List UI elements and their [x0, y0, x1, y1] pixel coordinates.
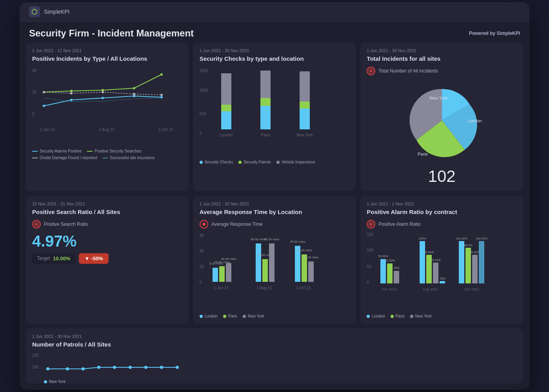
- svg-point-16: [102, 91, 104, 93]
- legend-london-alarm: London: [367, 314, 385, 318]
- main-grid: 1 Jun 2021 - 17 Nov 2021 Positive Incide…: [20, 43, 529, 330]
- svg-point-115: [160, 366, 163, 369]
- svg-text:.33%: .33%: [439, 277, 446, 280]
- svg-text:45.00 mins: 45.00 mins: [290, 240, 305, 243]
- svg-rect-64: [269, 243, 274, 282]
- svg-point-111: [97, 366, 100, 369]
- svg-point-112: [113, 366, 116, 369]
- alarm-ratio-chart: 150 100 50 0 50.00% 33.33% 20%: [367, 232, 517, 311]
- patrols-chart: 150 100: [32, 352, 517, 383]
- incidents-date: 1 Jun 2021 - 17 Nov 2021: [32, 48, 182, 53]
- total-incidents-metric: Total Number of All incidents: [367, 67, 517, 75]
- target-icon: [367, 67, 375, 75]
- legend-incursions: Successful site incursions: [102, 156, 155, 160]
- total-incidents-value: 102: [367, 167, 517, 186]
- card-avg-response: 1 Jun 2021 - 30 Nov 2021 Average Respons…: [193, 196, 356, 324]
- response-bar-svg: 25.00 mins 28.00 mins 34.00 mins 50.00 m…: [209, 232, 339, 295]
- svg-text:1 Aug 21: 1 Aug 21: [256, 286, 272, 290]
- patrols-title: Number of Patrols / All Sites: [32, 341, 517, 348]
- patrols-legend: New York: [44, 379, 65, 383]
- svg-rect-86: [394, 271, 399, 283]
- y-label-10: 10: [32, 90, 36, 94]
- svg-text:50.00 mins: 50.00 mins: [264, 238, 279, 241]
- svg-text:100.00%: 100.00%: [476, 237, 488, 240]
- patrols-legend-label: New York: [49, 379, 65, 383]
- x-axis-incidents: 1 Jun 21 1 Aug 21 1 Oct 21: [40, 127, 173, 132]
- top-bar: SimpleKPI: [20, 2, 529, 22]
- total-incidents-date: 1 Jun 2021 - 30 Nov 2021: [367, 48, 517, 53]
- legend-paris-alarm: Paris: [391, 314, 405, 318]
- security-checks-date: 1 Jun 2021 - 30 Nov 2021: [200, 48, 350, 53]
- svg-text:50.00%: 50.00%: [470, 250, 480, 254]
- incidents-legend: Security Alarms Positive Positive Securi…: [32, 149, 182, 160]
- svg-text:50.00%: 50.00%: [378, 254, 388, 258]
- svg-rect-92: [433, 263, 438, 283]
- svg-text:Aug 2021: Aug 2021: [423, 287, 439, 291]
- patrols-svg: [44, 352, 185, 382]
- alarm-ratio-title: Positive Alarm Ratio by contract: [367, 209, 517, 215]
- search-icon: [32, 220, 41, 229]
- legend-ny: New York: [243, 314, 264, 318]
- sc-y-500: 500: [200, 112, 206, 116]
- y-label-0: 0: [32, 112, 35, 116]
- alarm-icon: [367, 220, 375, 229]
- card-incidents-by-type: 1 Jun 2021 - 17 Nov 2021 Positive Incide…: [26, 43, 189, 191]
- svg-point-114: [144, 366, 147, 369]
- target-label: Target: [37, 256, 50, 261]
- logo-icon: [29, 6, 40, 17]
- svg-text:New York: New York: [296, 133, 313, 137]
- svg-rect-23: [221, 111, 231, 129]
- pie-chart-container: New York London Paris: [367, 79, 517, 165]
- svg-rect-25: [221, 73, 231, 105]
- svg-point-109: [66, 367, 69, 370]
- pie-chart-svg: New York London Paris: [399, 83, 485, 162]
- svg-text:1 Oct 21: 1 Oct 21: [296, 286, 311, 290]
- svg-rect-84: [387, 263, 393, 283]
- svg-rect-28: [260, 71, 271, 98]
- avg-response-label: Average Response Time: [211, 221, 263, 227]
- svg-rect-24: [221, 105, 231, 111]
- svg-point-15: [70, 92, 73, 94]
- incidents-title: Positive Incidents by Type / All Locatio…: [32, 55, 182, 62]
- svg-point-17: [133, 93, 135, 95]
- sc-y-1500: 1500: [200, 69, 208, 73]
- powered-by: Powered by SimpleKPI: [469, 31, 520, 36]
- dashboard-title: Security Firm - Incident Management: [29, 28, 194, 39]
- svg-rect-70: [308, 261, 314, 282]
- search-ratio-title: Positive Search Ratio / All Sites: [32, 209, 182, 215]
- svg-text:34.00 mins: 34.00 mins: [221, 257, 236, 261]
- svg-point-14: [43, 91, 45, 93]
- legend-ny-dot: [44, 380, 47, 383]
- svg-text:100%: 100%: [419, 237, 427, 240]
- search-ratio-date: 15 Nov 2021 - 21 Nov 2021: [32, 201, 182, 206]
- svg-text:33.33%: 33.33%: [385, 259, 395, 262]
- svg-text:100.00%: 100.00%: [456, 237, 468, 240]
- alarm-ratio-metric: Positive Alarm Ratio: [367, 220, 517, 229]
- card-security-checks: 1 Jun 2021 - 30 Nov 2021 Security Checks…: [193, 43, 356, 191]
- svg-point-37: [370, 70, 372, 72]
- svg-rect-96: [459, 241, 464, 283]
- avg-icon: [200, 220, 208, 229]
- svg-point-6: [102, 97, 104, 99]
- card-total-incidents: 1 Jun 2021 - 30 Nov 2021 Total Incidents…: [360, 43, 523, 191]
- svg-text:Jun 2021: Jun 2021: [382, 287, 397, 291]
- y-label-20: 20: [32, 69, 36, 73]
- svg-point-12: [133, 87, 135, 89]
- card-alarm-ratio: 1 Jun 2021 - 1 Nov 2021 Positive Alarm R…: [360, 196, 523, 324]
- svg-point-4: [43, 105, 45, 107]
- svg-rect-56: [219, 266, 225, 282]
- svg-rect-94: [440, 281, 445, 283]
- patrols-date: 1 Jun 2021 - 30 Nov 2021: [32, 334, 517, 339]
- bottom-row: 1 Jun 2021 - 30 Nov 2021 Number of Patro…: [20, 328, 529, 390]
- svg-text:32.00 mins: 32.00 mins: [303, 256, 318, 259]
- avg-response-chart: 60 40 20 0 25.00 mins 28.00 mins 34.00 m…: [200, 232, 350, 311]
- svg-point-108: [46, 367, 49, 370]
- svg-point-76: [370, 223, 372, 225]
- svg-point-13: [160, 73, 163, 76]
- card-search-ratio: 15 Nov 2021 - 21 Nov 2021 Positive Searc…: [26, 196, 189, 324]
- svg-point-10: [70, 90, 73, 92]
- bar-chart-svg: London Paris New York: [213, 67, 339, 141]
- legend-alarms: Security Alarms Positive: [32, 149, 82, 153]
- svg-text:1 Jun 21: 1 Jun 21: [213, 286, 229, 290]
- legend-london: London: [200, 314, 218, 318]
